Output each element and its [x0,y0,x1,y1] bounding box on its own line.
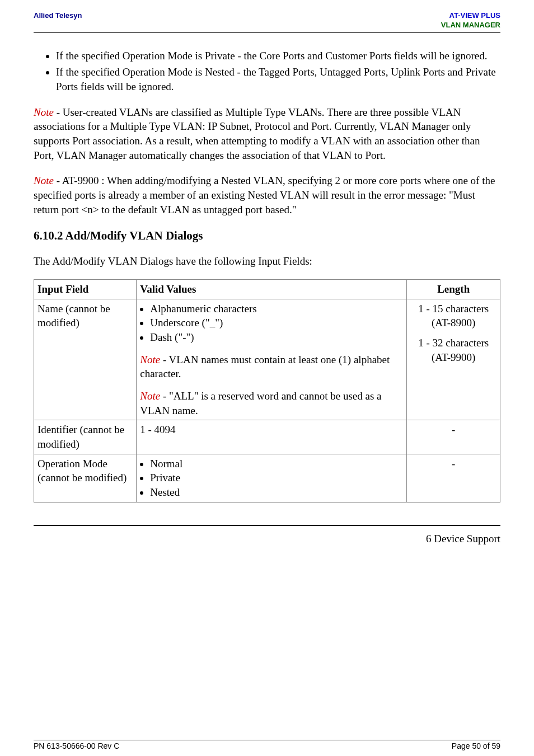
list-item: Underscore ("_") [150,316,403,330]
note-label: Note [34,106,54,118]
header-line2: VLAN MANAGER [441,21,500,30]
cell-length: 1 - 15 characters (AT-8900) 1 - 32 chara… [407,299,500,420]
note-label: Note [140,354,160,365]
note-body: - AT-9900 : When adding/modifying a Nest… [34,175,495,215]
footer-right: Page 50 of 59 [452,741,500,750]
list-item: Nested [150,485,403,500]
table-row: Name (cannot be modified) Alphanumeric c… [34,299,500,420]
note-body: - "ALL" is a reserved word and cannot be… [140,390,381,416]
section-heading: 6.10.2 Add/Modify VLAN Dialogs [34,228,500,243]
input-fields-table: Input Field Valid Values Length Name (ca… [34,279,500,502]
list-item: Private [150,471,403,485]
col-header-valid-values: Valid Values [137,280,407,299]
cell-length: - [407,454,500,502]
values-bullets: Alphanumeric characters Underscore ("_")… [140,302,403,345]
table-row: Operation Mode (cannot be modified) Norm… [34,454,500,502]
note-body: - VLAN names must contain at least one (… [140,354,390,380]
length-line: (AT-9900) [410,350,496,365]
note-label: Note [34,175,54,186]
length-line: (AT-8900) [410,316,496,330]
col-header-input-field: Input Field [34,280,137,299]
list-item: If the specified Operation Mode is Priva… [56,49,500,63]
page-footer: PN 613-50666-00 Rev C Page 50 of 59 [34,740,500,750]
list-item: Dash ("-") [150,330,403,345]
note-body: - User-created VLANs are classified as M… [34,106,480,161]
list-item: If the specified Operation Mode is Neste… [56,65,500,93]
top-bullet-list: If the specified Operation Mode is Priva… [56,49,500,94]
values-bullets: Normal Private Nested [140,457,403,500]
divider [34,525,500,526]
note-paragraph-1: Note - User-created VLANs are classified… [34,105,500,163]
list-item: Alphanumeric characters [150,302,403,316]
page-header: Allied Telesyn AT-VIEW PLUS VLAN MANAGER [34,11,500,33]
footer-left: PN 613-50666-00 Rev C [34,741,119,750]
length-line: 1 - 32 characters [410,336,496,350]
note-line: Note - "ALL" is a reserved word and cann… [140,389,403,417]
cell-field: Identifier (cannot be modified) [34,420,137,454]
cell-field: Name (cannot be modified) [34,299,137,420]
cell-field: Operation Mode (cannot be modified) [34,454,137,502]
col-header-length: Length [407,280,500,299]
header-product: AT-VIEW PLUS VLAN MANAGER [441,11,500,30]
note-label: Note [140,390,160,402]
header-brand: Allied Telesyn [34,11,82,20]
length-line: 1 - 15 characters [410,302,496,316]
cell-length: - [407,420,500,454]
note-line: Note - VLAN names must contain at least … [140,353,403,381]
cell-values: Normal Private Nested [137,454,407,502]
cell-values: 1 - 4094 [137,420,407,454]
table-row: Identifier (cannot be modified) 1 - 4094… [34,420,500,454]
list-item: Normal [150,457,403,471]
section-intro: The Add/Modify VLAN Dialogs have the fol… [34,254,500,269]
cell-values: Alphanumeric characters Underscore ("_")… [137,299,407,420]
header-line1: AT-VIEW PLUS [441,11,500,21]
note-paragraph-2: Note - AT-9900 : When adding/modifying a… [34,173,500,217]
section-nav-link[interactable]: 6 Device Support [34,532,500,546]
